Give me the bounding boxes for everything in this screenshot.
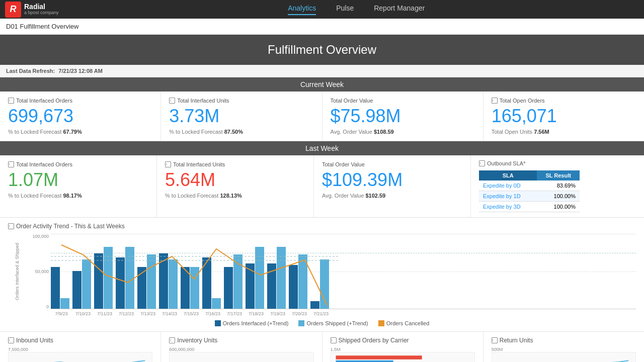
cw-kpi-3: Total Order Value $75.98M Avg. Order Val…: [323, 92, 484, 141]
x-label-3: 7/12/23: [116, 311, 137, 316]
x-label-1: 7/10/23: [72, 311, 94, 316]
lw-kpi-3: Total Order Value $109.39M Avg. Order Va…: [314, 155, 471, 217]
nav-links: Analytics Pulse Report Manager: [74, 4, 639, 15]
bar-interfaced-12: [310, 301, 319, 309]
bar-interfaced-7: [202, 257, 211, 309]
bar-shipped-8: [233, 254, 243, 309]
page-header: Fulfillment Overview: [0, 35, 644, 65]
bar-shipped-12: [320, 259, 329, 309]
cw-kpi-1: i Total Interfaced Orders 699,673 % to L…: [0, 92, 161, 141]
lw-kpi-1-value: 1.07M: [8, 169, 148, 191]
data-refresh-bar: Last Data Refresh: 7/21/23 12:08 AM: [0, 65, 644, 77]
nav-report-manager[interactable]: Report Manager: [374, 4, 425, 15]
last-week-label: Last Week: [305, 144, 339, 152]
logo: R Radial a bpost company: [5, 2, 59, 18]
y-axis-values: 100,000 50,000 0: [28, 234, 51, 309]
legend-shipped: Orders Shipped (+Trend): [298, 320, 368, 326]
carrier-chart: i Shipped Orders by Carrier 1.5M 1M: [323, 332, 484, 362]
logo-brand: Radial: [24, 3, 59, 11]
bar-interfaced-3: [116, 257, 125, 309]
bar-shipped-2: [104, 247, 113, 309]
info-icon-2: i: [169, 98, 175, 104]
sla-row-0: Expedite by 0D 83.69%: [479, 180, 580, 191]
inbound-units-title: i Inbound Units: [8, 337, 152, 344]
bar-group-1: [72, 259, 94, 309]
cw-kpi-1-sub: % to Locked Forecast 67.79%: [8, 129, 152, 135]
lw-kpi-2-label: i Total Interfaced Units: [165, 161, 305, 167]
lw-kpi-2-value: 5.64M: [165, 169, 305, 191]
bar-shipped-6: [190, 267, 199, 309]
page-title: Fulfillment Overview: [8, 43, 636, 57]
cw-kpi-2: i Total Interfaced Units 3.73M % to Lock…: [161, 92, 322, 141]
info-icon-return: i: [492, 337, 498, 343]
lw-kpi-1-label: i Total Interfaced Orders: [8, 161, 148, 167]
inventory-units-title: i Inventory Units: [169, 337, 313, 344]
x-label-11: 7/20/23: [289, 311, 310, 316]
cw-kpi-4: i Total Open Orders 165,071 Total Open U…: [484, 92, 644, 141]
lw-kpi-1-sub: % to Locked Forecast 98.17%: [8, 193, 148, 199]
info-icon-lw1: i: [8, 161, 14, 167]
chart-bars-area: 7/9/237/10/237/11/237/12/237/13/237/14/2…: [51, 234, 636, 316]
lw-kpi-2: i Total Interfaced Units 5.64M % to Lock…: [157, 155, 314, 217]
info-icon-inventory: i: [169, 337, 175, 343]
svg-rect-2: [336, 355, 422, 359]
sla-row-1-result: 100.00%: [537, 191, 580, 202]
logo-sub: a bpost company: [24, 11, 59, 16]
return-units-title: i Return Units: [492, 337, 636, 344]
return-units-chart: i Return Units 500M 0: [484, 332, 644, 362]
legend-color-interfaced: [215, 320, 221, 326]
navigation: R Radial a bpost company Analytics Pulse…: [0, 0, 644, 19]
cw-kpi-4-value: 165,071: [492, 106, 636, 127]
legend-color-cancelled: [378, 320, 384, 326]
cw-kpi-1-label: i Total Interfaced Orders: [8, 98, 152, 104]
cw-kpi-3-value: $75.98M: [331, 106, 475, 127]
info-icon-1: i: [8, 98, 14, 104]
sla-row-2: Expedite by 3D 100.00%: [479, 202, 580, 212]
nav-analytics[interactable]: Analytics: [288, 4, 316, 15]
last-week-header: Last Week: [0, 141, 644, 155]
bar-group-4: [137, 254, 158, 309]
cw-kpi-1-value: 699,673: [8, 106, 152, 127]
bottom-charts-row: i Inbound Units 7,500,000 5,000,000 i In…: [0, 332, 644, 362]
chart-with-y-axis: Orders Interfaced & Shipped 100,000 50,0…: [8, 234, 636, 316]
x-axis-labels: 7/9/237/10/237/11/237/12/237/13/237/14/2…: [51, 311, 636, 316]
bar-group-8: [224, 254, 245, 309]
legend-cancelled: Orders Cancelled: [378, 320, 430, 326]
inbound-units-chart: i Inbound Units 7,500,000 5,000,000: [0, 332, 161, 362]
info-icon-carrier: i: [331, 337, 337, 343]
bars-container: [51, 234, 636, 309]
bar-interfaced-9: [246, 263, 255, 309]
bar-shipped-5: [169, 259, 178, 309]
sla-col-header: SLA: [479, 170, 537, 180]
chart-main: 100,000 50,000 0 7/9/237/10/237/11/237/1…: [28, 234, 636, 316]
nav-pulse[interactable]: Pulse: [336, 4, 354, 15]
data-refresh-value: 7/21/23 12:08 AM: [58, 68, 103, 74]
bar-group-10: [267, 247, 288, 309]
carrier-chart-svg: [331, 352, 474, 362]
order-trend-title: i Order Activity Trend - This & Last Wee…: [8, 223, 636, 230]
data-refresh-label: Last Data Refresh:: [6, 68, 55, 74]
lw-kpi-3-label: Total Order Value: [322, 161, 462, 167]
y-axis-label: Orders Interfaced & Shipped: [8, 234, 28, 309]
carrier-y-top: 1.5M: [331, 347, 475, 352]
bar-group-3: [116, 247, 137, 309]
return-chart-area: [492, 352, 636, 362]
sla-row-2-result: 100.00%: [537, 202, 580, 212]
return-chart-svg: [494, 353, 633, 362]
legend-interfaced: Orders Interfaced (+Trend): [215, 320, 289, 326]
lw-kpi-1: i Total Interfaced Orders 1.07M % to Loc…: [0, 155, 157, 217]
sla-row-0-label[interactable]: Expedite by 0D: [479, 180, 537, 191]
last-week-left: i Total Interfaced Orders 1.07M % to Loc…: [0, 155, 471, 217]
bar-interfaced-11: [289, 265, 298, 309]
cw-kpi-2-value: 3.73M: [169, 106, 313, 127]
current-week-label: Current Week: [300, 80, 344, 88]
sla-row-2-label[interactable]: Expedite by 3D: [479, 202, 537, 212]
bar-group-5: [159, 253, 180, 309]
bar-shipped-1: [82, 259, 91, 309]
carrier-chart-area: [331, 352, 475, 362]
bar-group-2: [94, 247, 115, 309]
sla-row-1-label[interactable]: Expedite by 1D: [479, 191, 537, 202]
bar-shipped-3: [125, 247, 134, 309]
inventory-chart-svg: [172, 353, 311, 362]
bar-shipped-9: [255, 247, 264, 309]
